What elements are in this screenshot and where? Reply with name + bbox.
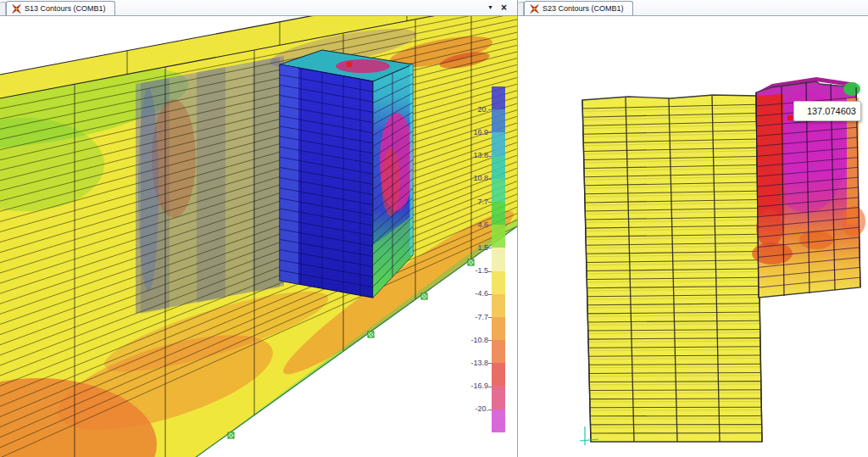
legend-band <box>492 363 505 386</box>
legend-band <box>492 386 505 409</box>
legend-band <box>492 179 505 202</box>
legend-tick-label: -13.8 <box>454 359 488 368</box>
legend-tick-label: 20. <box>454 105 488 114</box>
tabbar-s13: S13 Contours (COMB1) ▼ × <box>0 0 517 16</box>
legend-tick-label: 4.6 <box>454 220 488 230</box>
contour-legend-bar <box>492 86 505 432</box>
contour-legend: 20.16.913.810.87.74.61.5-1.5-4.6-7.7-10.… <box>454 86 509 434</box>
tab-s13-contours[interactable]: S13 Contours (COMB1) <box>6 1 115 15</box>
sap-model-icon <box>12 4 21 14</box>
tooltip-value: 137.074603 <box>807 106 856 116</box>
legend-tick-label: 10.8 <box>454 174 488 183</box>
legend-band <box>492 156 505 179</box>
legend-tick-label: -1.5 <box>454 266 488 276</box>
tabbar-s23: S23 Contours (COMB1) <box>518 0 868 16</box>
value-tooltip: 137.074603 <box>793 101 861 121</box>
window-controls: ▼ × <box>487 2 507 14</box>
legend-band <box>492 225 505 248</box>
s23-view-content: 137.074603 <box>518 16 868 457</box>
legend-tick-label: 1.5 <box>454 243 488 253</box>
picked-point-marker <box>787 115 793 121</box>
s23-elevation-view[interactable] <box>518 16 868 457</box>
legend-band <box>492 271 505 294</box>
tab-s23-label: S23 Contours (COMB1) <box>542 4 624 13</box>
legend-tick-label: 13.8 <box>454 151 488 160</box>
sap2000-contour-views: S13 Contours (COMB1) ▼ × <box>0 0 868 457</box>
legend-tick <box>488 271 492 272</box>
legend-tick <box>488 132 492 133</box>
wing-green-spot <box>843 82 860 96</box>
legend-band <box>492 132 505 155</box>
legend-tick <box>488 202 492 203</box>
legend-band <box>492 340 505 363</box>
legend-band <box>492 202 505 225</box>
legend-band <box>492 248 505 270</box>
legend-band <box>492 317 505 340</box>
legend-tick-label: -16.9 <box>454 382 488 391</box>
legend-tick-label: -7.7 <box>454 313 488 322</box>
panel-s13: S13 Contours (COMB1) ▼ × <box>0 0 518 457</box>
legend-tick <box>488 109 492 110</box>
dropdown-icon[interactable]: ▼ <box>487 2 493 14</box>
s13-3d-model-view[interactable] <box>0 16 517 457</box>
legend-tick-label: -20. <box>454 404 488 414</box>
legend-tick <box>488 387 492 387</box>
tab-stub <box>518 2 524 15</box>
legend-tick <box>488 317 492 318</box>
legend-band <box>492 294 505 317</box>
legend-band <box>492 109 505 132</box>
legend-tick <box>488 179 492 180</box>
legend-tick <box>488 410 492 410</box>
legend-tick <box>488 294 492 295</box>
legend-tick <box>488 340 492 341</box>
panel-s23: S23 Contours (COMB1) <box>518 0 868 457</box>
sap-model-icon <box>530 4 539 14</box>
s13-view-content: 20.16.913.810.87.74.61.5-1.5-4.6-7.7-10.… <box>0 16 517 457</box>
legend-tick <box>488 156 492 157</box>
legend-tick-label: -10.8 <box>454 336 488 345</box>
legend-tick-label: 16.9 <box>454 128 488 137</box>
legend-tick <box>488 248 492 248</box>
core-block <box>280 50 414 298</box>
legend-tick <box>488 363 492 364</box>
legend-tick-label: 7.7 <box>454 198 488 207</box>
tab-s23-contours[interactable]: S23 Contours (COMB1) <box>524 1 633 15</box>
tab-s13-label: S13 Contours (COMB1) <box>25 4 106 13</box>
legend-tick-label: -4.6 <box>454 289 488 298</box>
legend-band <box>492 410 505 432</box>
close-icon[interactable]: × <box>501 2 507 14</box>
tab-stub <box>0 2 6 15</box>
legend-tick <box>488 225 492 226</box>
legend-band <box>492 86 505 109</box>
